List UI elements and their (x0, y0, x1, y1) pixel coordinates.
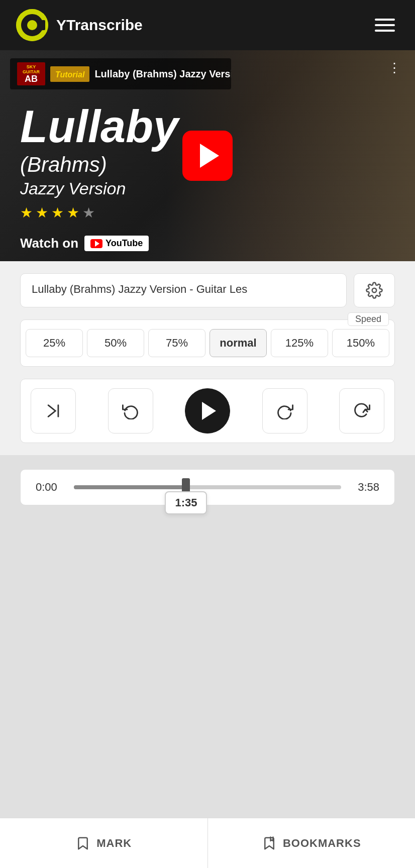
svg-point-1 (25, 18, 39, 32)
progress-fill (74, 485, 186, 489)
logo-text: YTranscribe (56, 17, 143, 34)
play-button[interactable] (185, 388, 230, 433)
logo-icon (16, 9, 48, 41)
speed-150[interactable]: 150% (332, 329, 389, 357)
controls-section: Lullaby (Brahms) Jazzy Version - Guitar … (0, 261, 415, 455)
progress-section: 0:00 1:35 3:58 (0, 455, 415, 520)
end-time: 3:58 (351, 481, 379, 494)
youtube-text: YouTube (106, 238, 143, 249)
skip-end-button[interactable] (31, 388, 76, 433)
forward-button[interactable] (262, 388, 307, 433)
watch-on-bar: Watch on YouTube (20, 236, 149, 251)
mark-button[interactable]: MARK (0, 818, 208, 868)
mark-label: MARK (96, 837, 132, 850)
badge-ab: AB (25, 74, 38, 83)
speed-box: 25% 50% 75% normal 125% 150% (20, 319, 395, 367)
watch-on-text: Watch on (20, 236, 78, 251)
bookmarks-icon (262, 836, 277, 851)
video-title-badge: SKY GUITAR AB Tutorial Lullaby (Brahms) … (10, 58, 231, 89)
speed-normal[interactable]: normal (210, 329, 267, 357)
hamburger-line-2 (375, 24, 395, 26)
youtube-play-icon (90, 239, 102, 248)
video-background: SKY GUITAR AB Tutorial Lullaby (Brahms) … (0, 50, 415, 261)
logo-area: YTranscribe (16, 9, 143, 41)
youtube-logo: YouTube (84, 236, 149, 251)
star-rating: ★ ★ ★ ★ ★ (20, 204, 95, 221)
hamburger-line-3 (375, 30, 395, 32)
empty-content-area (0, 520, 415, 818)
app-header: YTranscribe (0, 0, 415, 50)
bookmarks-button[interactable]: BOOKMARKS (208, 818, 416, 868)
forward-icon (276, 402, 293, 419)
video-main-title: Lullaby (Brahms) Jazzy Version (20, 105, 178, 198)
svg-point-3 (372, 288, 377, 293)
speed-25[interactable]: 25% (26, 329, 83, 357)
rewind-icon (122, 402, 139, 419)
star-5: ★ (82, 204, 95, 221)
star-2: ★ (36, 204, 48, 221)
speed-50[interactable]: 50% (87, 329, 144, 357)
speed-125[interactable]: 125% (271, 329, 328, 357)
skip-end-icon (45, 402, 62, 419)
mark-icon (75, 836, 90, 851)
bottom-bar: MARK BOOKMARKS (0, 818, 415, 868)
video-title-text: Lullaby (Brahms) Jazzy Version ... (94, 68, 231, 80)
progress-track[interactable]: 1:35 (74, 485, 341, 489)
gear-icon (366, 282, 383, 299)
svg-rect-2 (37, 20, 46, 31)
replay-icon (353, 402, 370, 419)
video-title-input[interactable]: Lullaby (Brahms) Jazzy Version - Guitar … (20, 273, 347, 307)
progress-box: 0:00 1:35 3:58 (20, 469, 395, 505)
video-container: SKY GUITAR AB Tutorial Lullaby (Brahms) … (0, 50, 415, 261)
current-time-bubble: 1:35 (165, 491, 207, 514)
badge-sky: SKY (27, 64, 36, 69)
star-1: ★ (20, 204, 33, 221)
video-subtitle-text: Jazzy Version (20, 179, 178, 198)
star-3: ★ (51, 204, 64, 221)
video-lullaby-text: Lullaby (20, 105, 178, 149)
speed-75[interactable]: 75% (148, 329, 205, 357)
speed-container: Speed 25% 50% 75% normal 125% 150% (20, 319, 395, 367)
svg-point-0 (16, 9, 48, 41)
more-options-button[interactable]: ⋮ (384, 58, 405, 78)
star-4: ★ (67, 204, 79, 221)
replay-button[interactable] (339, 388, 384, 433)
video-play-button[interactable] (182, 131, 233, 181)
badge-tutorial: Tutorial (55, 70, 84, 79)
playback-controls (20, 379, 395, 443)
rewind-button[interactable] (108, 388, 153, 433)
current-time: 0:00 (36, 481, 64, 494)
hamburger-line-1 (375, 19, 395, 21)
title-row: Lullaby (Brahms) Jazzy Version - Guitar … (20, 273, 395, 307)
menu-button[interactable] (371, 15, 399, 36)
speed-label: Speed (348, 312, 389, 326)
video-brahms-text: (Brahms) (20, 153, 178, 177)
bookmarks-label: BOOKMARKS (283, 837, 361, 850)
settings-button[interactable] (354, 273, 395, 307)
video-overlay-top: SKY GUITAR AB Tutorial Lullaby (Brahms) … (0, 50, 415, 97)
